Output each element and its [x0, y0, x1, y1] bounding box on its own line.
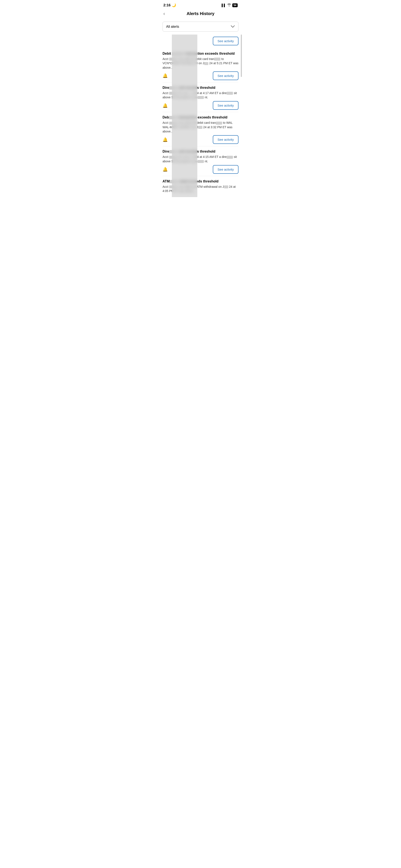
bell-icon-4: 🔔: [163, 167, 168, 172]
alert-title-5: ATM rawal exceeds threshold: [163, 180, 238, 183]
alert-title-3: Deb transaction exceeds threshold: [163, 116, 238, 119]
alert-item-5: ATM rawal exceeds threshold Acct Your $4…: [163, 176, 238, 197]
signal-icon: ▌▌: [222, 4, 226, 7]
bell-icon-2: 🔔: [163, 103, 168, 108]
alert-footer-3: 🔔 See activity: [163, 135, 238, 144]
filter-dropdown[interactable]: All alerts: [163, 22, 238, 32]
alerts-list: See activity Debit transaction exceeds t…: [159, 35, 242, 197]
see-activity-button-1[interactable]: See activity: [213, 71, 238, 80]
alert-footer-1: 🔔 See activity: [163, 71, 238, 80]
alert-footer-2: 🔔 See activity: [163, 101, 238, 110]
alert-body-4: Acct On Jun 6, 2024 at 4:15 AM ET a dire…: [163, 155, 238, 163]
see-activity-button-2[interactable]: See activity: [213, 101, 238, 110]
status-icons: ▌▌ 54: [222, 3, 238, 7]
alert-body-5: Acct Your $403.50 ATM withdrawal on J 24…: [163, 185, 238, 193]
alert-title-2: Dire osit exceeds threshold: [163, 86, 238, 90]
filter-label: All alerts: [166, 25, 179, 29]
alert-body-3: Acct Your $143.99 debit card tran to WAL…: [163, 121, 238, 133]
battery-indicator: 54: [232, 3, 238, 7]
moon-icon: 🌙: [172, 3, 176, 7]
alert-body-1: Acct Your $55.00 debit card tran to VCN*…: [163, 57, 238, 70]
back-button[interactable]: ‹: [163, 11, 165, 17]
page-title: Alerts History: [187, 11, 214, 16]
nav-header: ‹ Alerts History: [159, 9, 242, 20]
status-bar: 2:16 🌙 ▌▌ 54: [159, 0, 242, 9]
wifi-icon: [227, 3, 231, 7]
alert-item-1: Debit transaction exceeds threshold Acct…: [163, 48, 238, 83]
see-activity-button-3[interactable]: See activity: [213, 135, 238, 144]
alert-item-3: Deb transaction exceeds threshold Acct Y…: [163, 112, 238, 146]
alert-title-1: Debit transaction exceeds threshold: [163, 52, 238, 56]
bell-icon-1: 🔔: [163, 73, 168, 78]
chevron-down-icon: [231, 24, 235, 29]
alert-body-2: Acct On Jun 7, 2024 at 4:17 AM ET a dire…: [163, 91, 238, 100]
alert-title-4: Dire osit exceeds threshold: [163, 150, 238, 153]
alert-item-4: Dire osit exceeds threshold Acct On Jun …: [163, 146, 238, 176]
filter-container: All alerts: [159, 20, 242, 35]
alert-footer-4: 🔔 See activity: [163, 165, 238, 174]
see-activity-top: See activity: [163, 35, 238, 48]
see-activity-button-0[interactable]: See activity: [213, 37, 238, 45]
bell-icon-3: 🔔: [163, 137, 168, 142]
alert-item-2: Dire osit exceeds threshold Acct On Jun …: [163, 83, 238, 112]
see-activity-button-4[interactable]: See activity: [213, 165, 238, 174]
scrollbar[interactable]: [241, 35, 242, 77]
status-time: 2:16 🌙: [163, 3, 176, 7]
